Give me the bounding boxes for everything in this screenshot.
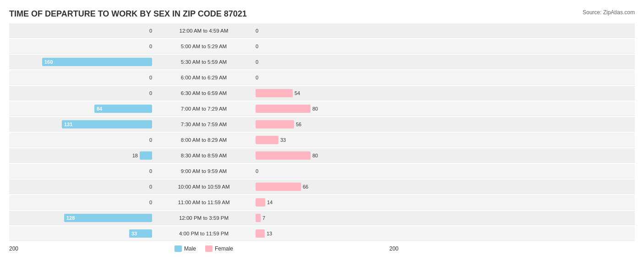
male-bar-section: 131 [9, 117, 156, 131]
male-zero-value: 0 [149, 200, 152, 205]
female-bar-section: 66 [252, 179, 398, 194]
male-bar-section: 18 [9, 148, 156, 162]
time-range-label: 4:00 PM to 11:59 PM [156, 231, 252, 236]
time-range-label: 5:30 AM to 5:59 AM [156, 59, 252, 65]
time-range-label: 7:30 AM to 7:59 AM [156, 122, 252, 127]
male-bar-section: 0 [9, 179, 156, 194]
female-bar-section: 7 [252, 211, 398, 225]
chart-container: TIME OF DEPARTURE TO WORK BY SEX IN ZIP … [0, 0, 644, 273]
female-value: 66 [303, 184, 308, 189]
female-zero-value: 0 [256, 28, 258, 33]
female-bar-section: 54 [252, 86, 398, 100]
female-value: 56 [296, 122, 301, 127]
male-bar-section: 84 [9, 101, 156, 116]
axis-row: 200 Male Female 200 [9, 245, 635, 252]
male-bar-section: 33 [9, 226, 156, 240]
male-zero-value: 0 [149, 184, 152, 189]
time-range-label: 5:00 AM to 5:29 AM [156, 44, 252, 49]
female-bar [256, 183, 301, 191]
axis-left-value: 200 [9, 245, 18, 252]
axis-center: Male Female [156, 245, 252, 252]
time-range-label: 12:00 PM to 3:59 PM [156, 215, 252, 221]
male-bar: 131 [62, 120, 152, 128]
male-bar-section: 0 [9, 23, 156, 38]
male-bar: 128 [64, 214, 152, 222]
axis-right: 200 [252, 245, 398, 252]
male-bar: 84 [94, 105, 152, 113]
axis-left: 200 [9, 245, 156, 252]
male-bar [140, 151, 152, 160]
table-row: 011:00 AM to 11:59 AM14 [9, 195, 635, 210]
female-bar-section: 0 [252, 23, 398, 38]
table-row: 1317:30 AM to 7:59 AM56 [9, 117, 635, 132]
male-zero-value: 0 [149, 168, 152, 174]
female-value: 54 [295, 90, 300, 96]
male-zero-value: 0 [149, 90, 152, 96]
male-zero-value: 0 [149, 44, 152, 49]
female-bar [256, 89, 293, 97]
legend-female: Female [205, 245, 233, 252]
male-bar-section: 128 [9, 211, 156, 225]
table-row: 09:00 AM to 9:59 AM0 [9, 164, 635, 178]
male-bar: 160 [42, 58, 152, 66]
female-value: 13 [267, 231, 272, 236]
female-bar [256, 120, 294, 128]
female-bar-section: 80 [252, 101, 398, 116]
table-row: 188:30 AM to 8:59 AM80 [9, 148, 635, 163]
time-range-label: 8:30 AM to 8:59 AM [156, 153, 252, 158]
female-zero-value: 0 [256, 75, 258, 80]
female-zero-value: 0 [256, 168, 258, 174]
female-bar-section: 0 [252, 70, 398, 84]
female-bar [256, 198, 265, 206]
table-row: 12812:00 PM to 3:59 PM7 [9, 211, 635, 225]
female-bar-section: 0 [252, 164, 398, 178]
table-row: 1605:30 AM to 5:59 AM0 [9, 55, 635, 69]
female-bar [256, 136, 278, 144]
table-row: 010:00 AM to 10:59 AM66 [9, 179, 635, 194]
male-bar-section: 0 [9, 86, 156, 100]
time-range-label: 7:00 AM to 7:29 AM [156, 106, 252, 111]
male-zero-value: 0 [149, 137, 152, 143]
male-bar-section: 0 [9, 133, 156, 147]
female-bar-section: 14 [252, 195, 398, 209]
source-label: Source: ZipAtlas.com [583, 9, 635, 16]
female-bar [256, 229, 265, 238]
table-row: 847:00 AM to 7:29 AM80 [9, 101, 635, 116]
female-bar-section: 80 [252, 148, 398, 162]
male-bar-section: 0 [9, 195, 156, 209]
female-value: 14 [267, 200, 273, 205]
male-zero-value: 0 [149, 28, 152, 33]
time-range-label: 10:00 AM to 10:59 AM [156, 184, 252, 189]
chart-title: TIME OF DEPARTURE TO WORK BY SEX IN ZIP … [9, 9, 635, 19]
male-value: 18 [132, 153, 138, 158]
legend-male-box [175, 245, 182, 252]
male-bar-section: 0 [9, 70, 156, 84]
female-bar-section: 33 [252, 133, 398, 147]
female-value: 80 [312, 106, 318, 111]
female-bar-section: 56 [252, 117, 398, 131]
legend-male: Male [175, 245, 196, 252]
legend-female-label: Female [215, 245, 233, 252]
legend-male-label: Male [184, 245, 196, 252]
time-range-label: 9:00 AM to 9:59 AM [156, 168, 252, 174]
male-bar-section: 0 [9, 39, 156, 53]
female-bar-section: 0 [252, 39, 398, 53]
male-bar-section: 160 [9, 55, 156, 69]
time-range-label: 8:00 AM to 8:29 AM [156, 137, 252, 143]
male-bar: 33 [129, 229, 152, 238]
female-bar [256, 105, 311, 113]
table-row: 06:30 AM to 6:59 AM54 [9, 86, 635, 100]
female-bar-section: 0 [252, 55, 398, 69]
axis-right-value: 200 [389, 245, 398, 252]
female-zero-value: 0 [256, 44, 258, 49]
female-zero-value: 0 [256, 59, 258, 65]
chart-area: 012:00 AM to 4:59 AM005:00 AM to 5:29 AM… [9, 23, 635, 242]
legend: Male Female [156, 245, 252, 252]
legend-female-box [205, 245, 213, 252]
table-row: 012:00 AM to 4:59 AM0 [9, 23, 635, 38]
time-range-label: 6:30 AM to 6:59 AM [156, 90, 252, 96]
table-row: 05:00 AM to 5:29 AM0 [9, 39, 635, 54]
female-bar [256, 214, 261, 222]
female-value: 33 [280, 137, 286, 143]
time-range-label: 12:00 AM to 4:59 AM [156, 28, 252, 33]
